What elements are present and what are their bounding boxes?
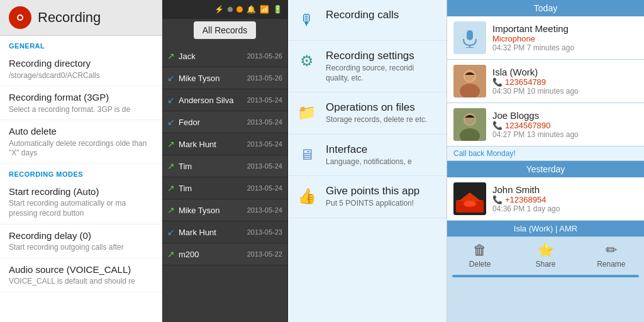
- calllog-info: John Smith 📞+12368954 04:36 PM 1 day ago: [492, 184, 638, 213]
- menu-title: Operations on files: [326, 101, 427, 114]
- record-date: 2013-05-26: [247, 74, 282, 82]
- menu-text: Give points this app Put 5 POINTS applic…: [326, 185, 419, 209]
- calllog-item-important-meeting[interactable]: Important Meeting Microphone 04:32 PM 7 …: [447, 16, 644, 60]
- menu-title: Interface: [326, 143, 412, 156]
- record-item[interactable]: ↙ Fedor 2013-05-24: [162, 111, 287, 133]
- rename-button[interactable]: ✏ Rename: [579, 237, 644, 274]
- delete-label: Delete: [469, 260, 491, 269]
- all-records-button[interactable]: All Records: [194, 21, 257, 39]
- calllog-item-isla-work[interactable]: Isla (Work) 📞123654789 04:30 PM 10 minut…: [447, 60, 644, 103]
- calllog-number: 📞+12368954: [492, 195, 638, 204]
- settings-item-desc: Start recording automatically or ma pres…: [9, 199, 153, 218]
- record-date: 2013-05-24: [247, 184, 282, 192]
- arrow-icon: ↙: [167, 117, 175, 127]
- calllog-panel: Today Important Meeting Microphone 04:32…: [447, 0, 644, 322]
- settings-item-recording-directory[interactable]: Recording directory /storage/sdcard0/ACR…: [0, 52, 162, 86]
- call-note: Call back Monday!: [447, 147, 644, 161]
- delete-button[interactable]: 🗑 Delete: [447, 237, 513, 274]
- calllog-item-joe-bloggs[interactable]: Joe Bloggs 📞1234567890 04:27 PM 13 minut…: [447, 103, 644, 147]
- menu-item-4[interactable]: 👍 Give points this app Put 5 POINTS appl…: [288, 176, 447, 218]
- arrow-icon: ↗: [167, 249, 175, 259]
- calllog-name: Joe Bloggs: [492, 110, 638, 121]
- settings-item-desc: /storage/sdcard0/ACRCalls: [9, 71, 153, 81]
- calllog-time: 04:32 PM 7 minutes ago: [492, 43, 638, 52]
- usb-icon: ⚡: [214, 5, 224, 14]
- share-icon: ⭐: [537, 242, 554, 258]
- calllog-bottom-bar: Isla (Work) | AMR: [447, 221, 644, 236]
- menu-item-1[interactable]: ⚙ Recording settings Recording source, r…: [288, 41, 447, 92]
- settings-item-title: Recording directory: [9, 57, 153, 70]
- calllog-info: Important Meeting Microphone 04:32 PM 7 …: [492, 23, 638, 52]
- menu-panel: 🎙 Recording calls ⚙ Recording settings R…: [288, 0, 447, 322]
- calllog-item-john-smith[interactable]: John Smith 📞+12368954 04:36 PM 1 day ago: [447, 177, 644, 221]
- record-item[interactable]: ↙ Anderson Silva 2013-05-24: [162, 89, 287, 111]
- menu-desc: Language, notifications, e: [326, 157, 412, 167]
- calllog-info: Isla (Work) 📞123654789 04:30 PM 10 minut…: [492, 67, 638, 96]
- calllog-number: 📞123654789: [492, 77, 638, 87]
- calllog-info: Joe Bloggs 📞1234567890 04:27 PM 13 minut…: [492, 110, 638, 139]
- app-icon: [9, 6, 31, 29]
- record-name: Tim: [179, 184, 243, 193]
- record-item[interactable]: ↗ m200 2013-05-22: [162, 243, 287, 265]
- record-item[interactable]: ↙ Mark Hunt 2013-05-23: [162, 221, 287, 243]
- record-date: 2013-05-23: [247, 228, 282, 236]
- svg-point-2: [18, 16, 22, 19]
- arrow-icon: ↗: [167, 183, 175, 193]
- settings-item-desc: Select a recording format. 3GP is de: [9, 105, 153, 115]
- dot-gray: [228, 7, 233, 12]
- record-item[interactable]: ↗ Tim 2013-05-24: [162, 177, 287, 199]
- menu-text: Interface Language, notifications, e: [326, 143, 412, 167]
- svg-rect-3: [467, 30, 473, 40]
- menu-item-2[interactable]: 📁 Operations on files Storage records, d…: [288, 92, 447, 135]
- settings-item-recording-delay[interactable]: Recording delay (0) Start recording outg…: [0, 225, 162, 258]
- calllog-name: Isla (Work): [492, 67, 638, 77]
- scroll-indicator: [452, 275, 639, 277]
- arrow-icon: ↙: [167, 227, 175, 237]
- avatar-john: [453, 182, 486, 215]
- rename-label: Rename: [597, 260, 625, 269]
- arrow-icon: ↙: [167, 95, 175, 105]
- record-item[interactable]: ↗ Jack 2013-05-26: [162, 45, 287, 67]
- menu-icon: 📁: [296, 101, 318, 124]
- record-item[interactable]: ↗ Mike Tyson 2013-05-24: [162, 199, 287, 221]
- settings-header: Recording: [0, 0, 162, 36]
- menu-item-0[interactable]: 🎙 Recording calls: [288, 0, 447, 41]
- arrow-icon: ↗: [167, 161, 175, 171]
- record-item[interactable]: ↗ Mark Hunt 2013-05-24: [162, 133, 287, 155]
- section-label-modes: RECORDING MODES: [0, 164, 162, 180]
- settings-item-title: Recording format (3GP): [9, 91, 153, 104]
- record-item[interactable]: ↗ Tim 2013-05-24: [162, 155, 287, 177]
- record-name: Mark Hunt: [179, 140, 243, 149]
- record-date: 2013-05-22: [247, 250, 282, 258]
- record-list: ↗ Jack 2013-05-26 ↙ Mike Tyson 2013-05-2…: [162, 45, 287, 265]
- menu-icon: 🎙: [296, 9, 318, 31]
- record-item[interactable]: ↙ Mike Tyson 2013-05-26: [162, 67, 287, 89]
- calllog-time: 04:30 PM 10 minutes ago: [492, 87, 638, 96]
- record-name: m200: [179, 250, 243, 259]
- menu-desc: Put 5 POINTS application!: [326, 199, 419, 209]
- svg-point-16: [464, 201, 476, 207]
- record-name: Fedor: [179, 118, 243, 127]
- settings-item-desc: VOICE_CALL is default and should re: [9, 277, 153, 287]
- share-button[interactable]: ⭐ Share: [513, 237, 578, 274]
- record-name: Jack: [179, 52, 243, 61]
- record-name: Mike Tyson: [179, 206, 243, 215]
- settings-item-start-recording[interactable]: Start recording (Auto) Start recording a…: [0, 180, 162, 225]
- record-date: 2013-05-24: [247, 206, 282, 214]
- menu-desc: Storage records, delete re etc.: [326, 115, 427, 125]
- record-name: Mark Hunt: [179, 228, 243, 237]
- menu-icon: 🖥: [296, 143, 318, 166]
- record-date: 2013-05-24: [247, 162, 282, 170]
- record-name: Tim: [179, 162, 243, 171]
- menu-title: Recording calls: [326, 9, 399, 21]
- settings-item-desc: Automatically delete recordings olde tha…: [9, 139, 153, 158]
- settings-panel: Recording GENERAL Recording directory /s…: [0, 0, 162, 322]
- menu-item-3[interactable]: 🖥 Interface Language, notifications, e: [288, 135, 447, 177]
- menu-text: Operations on files Storage records, del…: [326, 101, 427, 125]
- calllog-time: 04:36 PM 1 day ago: [492, 204, 638, 213]
- calllog-name: John Smith: [492, 184, 638, 195]
- settings-item-recording-format[interactable]: Recording format (3GP) Select a recordin…: [0, 86, 162, 120]
- settings-item-auto-delete[interactable]: Auto delete Automatically delete recordi…: [0, 120, 162, 164]
- settings-item-audio-source[interactable]: Audio source (VOICE_CALL) VOICE_CALL is …: [0, 258, 162, 292]
- record-name: Anderson Silva: [179, 96, 243, 105]
